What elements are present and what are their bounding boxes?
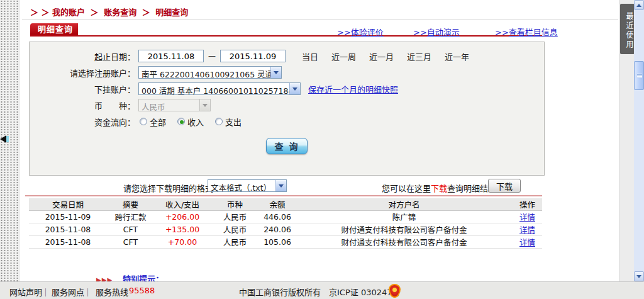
register-account-label: 请选择注册账户： [30, 67, 135, 79]
header-action: 操作 [513, 198, 542, 211]
link-label: 自动演示 [427, 28, 460, 37]
cell-balance: 240.06 [259, 223, 296, 236]
copyright-text: 中国工商银行版权所有 京ICP证 030247号 [239, 286, 401, 298]
tab-detail-query[interactable]: 明细查询 [30, 23, 78, 35]
cell-balance: 446.06 [259, 211, 296, 223]
cell-date: 2015-11-08 [29, 236, 107, 249]
results-table: 交易日期 摘要 收入/支出 币种 余额 对方户名 操作 2015-11-09 跨… [29, 198, 542, 249]
breadcrumb-my-account[interactable]: 我的账户 [52, 8, 85, 17]
breadcrumb-separator: ＞ [142, 8, 150, 17]
cell-amount: +135.00 [154, 223, 211, 236]
download-format-label: 请您选择下载明细的格式 [123, 182, 213, 194]
date-from-input[interactable] [138, 50, 204, 62]
link-experience-rating[interactable]: >>体验评价 [337, 26, 384, 38]
detail-link[interactable]: 详情 [519, 238, 535, 247]
breadcrumb-detail-query[interactable]: 明细查询 [155, 8, 188, 17]
currency-value: 人民币 [139, 99, 199, 111]
left-dock-strip [0, 0, 19, 281]
hotline-label: 服务热线 [96, 286, 128, 298]
double-arrow-icon: >> [413, 28, 427, 37]
currency-label: 币 种： [30, 99, 135, 111]
radio-flow-expense-label: 支出 [225, 116, 242, 128]
tab-underline [30, 35, 542, 37]
breadcrumb: ＞ ＞ 我的账户 ＞ 账务查询 ＞ 明细查询 [30, 6, 188, 18]
chevron-down-icon [270, 67, 281, 78]
double-arrow-icon: >> [495, 28, 509, 37]
link-column-info[interactable]: >>查看栏目信息 [495, 26, 558, 38]
query-button[interactable]: 查 询 [266, 138, 308, 154]
link-label: 查看栏目信息 [509, 28, 558, 37]
vertical-scrollbar[interactable] [634, 0, 644, 281]
link-auto-demo[interactable]: >>自动演示 [413, 26, 460, 38]
cell-currency: 人民币 [211, 223, 259, 236]
header-balance: 余额 [259, 198, 296, 211]
panel-collapse-handle[interactable] [0, 135, 10, 144]
sub-account-value: 000 活期 基本户 1406600101102571848 [139, 83, 289, 94]
detail-link[interactable]: 详情 [519, 225, 535, 235]
double-arrow-icon: >> [337, 28, 351, 37]
chevron-down-icon [199, 99, 210, 111]
chevron-down-icon [289, 83, 300, 94]
date-range-row: 起止日期： — 当日 近一周 近一月 近三月 近一年 [30, 49, 544, 63]
snapshot-link[interactable]: 保存近一个月的明细快照 [308, 83, 398, 95]
cell-counterparty: 陈广锦 [296, 211, 513, 223]
breadcrumb-separator: ＞ [91, 8, 99, 17]
cell-summary: 跨行汇款 [107, 211, 154, 223]
table-row: 2015-11-09 跨行汇款 +206.00 人民币 446.06 陈广锦 详… [29, 211, 542, 223]
radio-flow-income[interactable]: 收入 [177, 116, 204, 128]
header-summary: 摘要 [107, 198, 154, 211]
flow-label: 资金流向： [30, 116, 135, 128]
radio-checked-icon [177, 118, 185, 125]
sub-account-row: 下挂账户： 000 活期 基本户 1406600101102571848 保存近… [30, 82, 544, 96]
scroll-down-button[interactable] [634, 271, 644, 281]
header-date: 交易日期 [29, 198, 107, 211]
footer: 网站声明 ｜ 服务网点 ｜ 服务热线 95588 中国工商银行版权所有 京ICP… [0, 281, 644, 299]
register-account-select[interactable]: 南平 6222001406100921065 灵通卡 [138, 66, 282, 79]
radio-icon [215, 118, 223, 125]
radio-flow-income-label: 收入 [187, 116, 204, 128]
scrollbar-thumb[interactable] [634, 61, 644, 90]
currency-row: 币 种： 人民币 [30, 98, 544, 112]
cell-summary: CFT [107, 223, 154, 236]
download-format-select[interactable]: 文本格式（.txt） [208, 179, 287, 192]
divider [22, 19, 618, 20]
content-panel: ＞ ＞ 我的账户 ＞ 账务查询 ＞ 明细查询 明细查询 >>体验评价 >>自动演… [19, 0, 619, 281]
register-account-row: 请选择注册账户： 南平 6222001406100921065 灵通卡 [30, 65, 544, 79]
scroll-up-button[interactable] [634, 0, 644, 10]
cell-date: 2015-11-09 [29, 211, 107, 223]
cell-currency: 人民币 [211, 236, 259, 249]
currency-select: 人民币 [138, 99, 211, 111]
cell-counterparty: 财付通支付科技有限公司客户备付金 [296, 223, 513, 236]
table-top-divider [25, 195, 542, 196]
cell-date: 2015-11-08 [29, 223, 107, 236]
recent-use-tab[interactable]: 最近使用 [620, 4, 635, 54]
quick-range-month[interactable]: 近一月 [369, 50, 394, 62]
date-to-input[interactable] [220, 50, 286, 62]
radio-flow-expense[interactable]: 支出 [215, 116, 242, 128]
cell-balance: 105.06 [259, 236, 296, 249]
flow-row: 资金流向： 全部 收入 支出 [30, 115, 544, 128]
download-hint: 您可以在这里下载查询明细结果 [382, 182, 496, 194]
download-button[interactable]: 下载 [488, 179, 521, 193]
sub-account-label: 下挂账户： [30, 83, 135, 95]
download-hint-link[interactable]: 下载 [431, 184, 447, 193]
footer-site-statement-link[interactable]: 网站声明 [9, 286, 42, 298]
table-row: 2015-11-08 CFT +135.00 人民币 240.06 财付通支付科… [29, 223, 542, 236]
header-currency: 币种 [211, 198, 259, 211]
footer-service-outlets-link[interactable]: 服务网点 [52, 286, 84, 298]
collapse-accent [6, 136, 9, 142]
date-range-label: 起止日期： [30, 50, 135, 62]
radio-flow-all[interactable]: 全部 [140, 116, 166, 128]
radio-icon [140, 118, 147, 125]
register-account-value: 南平 6222001406100921065 灵通卡 [139, 67, 270, 78]
triangle-left-icon [0, 135, 6, 143]
sub-account-select[interactable]: 000 活期 基本户 1406600101102571848 [138, 82, 301, 95]
breadcrumb-arrow-icon: ＞ ＞ [30, 8, 50, 17]
quick-range-week[interactable]: 近一周 [331, 50, 356, 62]
date-dash: — [208, 52, 216, 60]
detail-link[interactable]: 详情 [519, 213, 535, 222]
quick-range-year[interactable]: 近一年 [445, 50, 469, 62]
quick-range-today[interactable]: 当日 [302, 50, 318, 62]
breadcrumb-account-query[interactable]: 账务查询 [104, 8, 136, 17]
quick-range-3months[interactable]: 近三月 [407, 50, 431, 62]
